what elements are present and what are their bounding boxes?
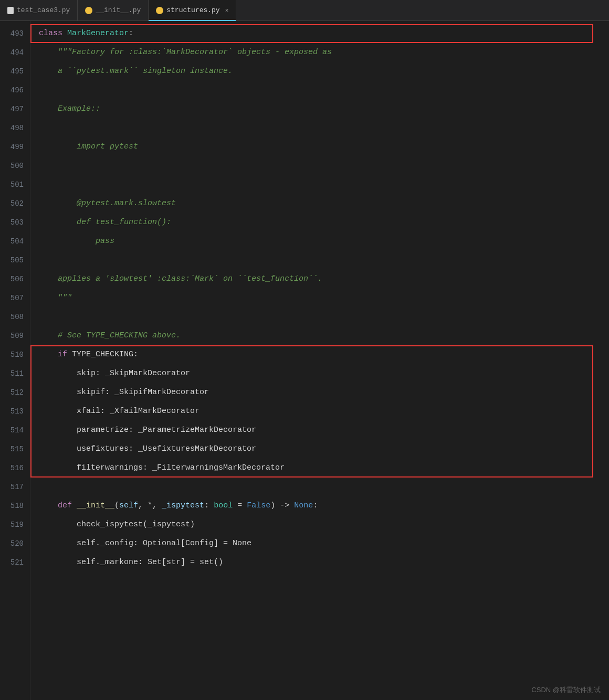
- code-token: if: [58, 350, 67, 359]
- code-line-518: def __init__(self, *, _ispytest: bool = …: [30, 496, 609, 515]
- code-token: self._markone: Set[str] = set(): [39, 558, 223, 567]
- code-token: a ``pytest.mark`` singleton instance.: [39, 67, 233, 76]
- code-token: [72, 501, 77, 510]
- line-number-510: 510: [4, 345, 24, 364]
- close-icon[interactable]: ✕: [225, 7, 229, 14]
- line-number-518: 518: [4, 496, 24, 515]
- code-token: Example::: [39, 104, 100, 113]
- tab-test-case[interactable]: test_case3.py: [0, 0, 78, 21]
- code-token: __init__: [77, 501, 114, 510]
- code-token: class: [39, 29, 67, 38]
- code-token: def: [58, 501, 72, 510]
- code-area: 4934944954964974984995005015025035045055…: [0, 21, 609, 700]
- line-number-514: 514: [4, 421, 24, 440]
- code-token: :: [313, 501, 318, 510]
- line-number-498: 498: [4, 119, 24, 137]
- code-token: pass: [39, 237, 114, 246]
- line-number-509: 509: [4, 326, 24, 345]
- code-line-504: pass: [30, 232, 609, 251]
- line-number-494: 494: [4, 43, 24, 62]
- line-number-520: 520: [4, 534, 24, 553]
- code-token: def test_function():: [39, 218, 171, 227]
- code-line-520: self._config: Optional[Config] = None: [30, 534, 609, 553]
- code-token: _ispytest: [162, 501, 204, 510]
- tab-structures[interactable]: structures.py ✕: [149, 0, 236, 21]
- code-line-505: [30, 251, 609, 270]
- line-number-493: 493: [4, 24, 24, 43]
- code-token: Factory for :class:`MarkDecorator` objec…: [72, 48, 332, 57]
- code-line-510: if TYPE_CHECKING:: [30, 345, 609, 364]
- python-icon-structures: [156, 7, 163, 14]
- code-token: , *,: [138, 501, 162, 510]
- line-number-515: 515: [4, 440, 24, 459]
- line-number-496: 496: [4, 81, 24, 100]
- code-token: [39, 350, 58, 359]
- python-icon-init: [85, 7, 92, 14]
- line-number-508: 508: [4, 307, 24, 326]
- line-number-512: 512: [4, 383, 24, 402]
- code-token: skipif: _SkipifMarkDecorator: [39, 388, 209, 397]
- watermark: CSDN @科雷软件测试: [531, 685, 601, 695]
- code-line-507: """: [30, 289, 609, 307]
- code-token: # See TYPE_CHECKING above.: [39, 331, 181, 340]
- code-line-514: parametrize: _ParametrizeMarkDecorator: [30, 421, 609, 440]
- line-number-521: 521: [4, 553, 24, 572]
- code-token: None: [294, 501, 313, 510]
- line-number-501: 501: [4, 175, 24, 194]
- code-token: MarkGenerator: [67, 29, 129, 38]
- tab-structures-label: structures.py: [166, 6, 219, 14]
- code-token: """: [39, 293, 72, 302]
- code-line-495: a ``pytest.mark`` singleton instance.: [30, 62, 609, 81]
- code-token: @pytest.mark.slowtest: [39, 199, 176, 208]
- code-line-511: skip: _SkipMarkDecorator: [30, 364, 609, 383]
- code-token: TYPE_CHECKING:: [67, 350, 138, 359]
- code-token: import pytest: [39, 142, 138, 151]
- code-token: usefixtures: _UsefixturesMarkDecorator: [39, 444, 256, 453]
- code-line-494: """Factory for :class:`MarkDecorator` ob…: [30, 43, 609, 62]
- code-line-508: [30, 307, 609, 326]
- code-token: False: [247, 501, 270, 510]
- line-number-507: 507: [4, 289, 24, 307]
- code-line-519: check_ispytest(_ispytest): [30, 515, 609, 534]
- code-line-496: [30, 81, 609, 100]
- code-token: filterwarnings: _FilterwarningsMarkDecor…: [39, 463, 285, 472]
- code-token: :: [129, 29, 133, 38]
- code-content[interactable]: class MarkGenerator: """Factory for :cla…: [30, 21, 609, 700]
- code-line-516: filterwarnings: _FilterwarningsMarkDecor…: [30, 459, 609, 478]
- line-number-503: 503: [4, 213, 24, 232]
- code-token: :: [204, 501, 214, 510]
- code-line-513: xfail: _XfailMarkDecorator: [30, 402, 609, 421]
- code-token: check_ispytest(_ispytest): [39, 520, 195, 529]
- line-number-506: 506: [4, 270, 24, 289]
- line-number-513: 513: [4, 402, 24, 421]
- code-token: bool: [214, 501, 233, 510]
- tab-init[interactable]: __init__.py: [78, 0, 149, 21]
- line-number-516: 516: [4, 459, 24, 478]
- line-number-499: 499: [4, 137, 24, 156]
- code-line-503: def test_function():: [30, 213, 609, 232]
- line-number-497: 497: [4, 100, 24, 119]
- code-token: [39, 501, 58, 510]
- code-token: (: [114, 501, 119, 510]
- code-line-506: applies a 'slowtest' :class:`Mark` on ``…: [30, 270, 609, 289]
- line-number-502: 502: [4, 194, 24, 213]
- code-token: """: [39, 48, 72, 57]
- code-line-500: [30, 156, 609, 175]
- code-token: applies a 'slowtest' :class:`Mark` on ``…: [39, 274, 322, 283]
- line-numbers: 4934944954964974984995005015025035045055…: [0, 21, 30, 700]
- line-number-495: 495: [4, 62, 24, 81]
- code-token: xfail: _XfailMarkDecorator: [39, 407, 200, 416]
- tab-test-case-label: test_case3.py: [17, 6, 70, 14]
- code-line-509: # See TYPE_CHECKING above.: [30, 326, 609, 345]
- line-number-505: 505: [4, 251, 24, 270]
- code-line-502: @pytest.mark.slowtest: [30, 194, 609, 213]
- code-token: =: [233, 501, 247, 510]
- tab-bar: test_case3.py __init__.py structures.py …: [0, 0, 609, 21]
- code-line-515: usefixtures: _UsefixturesMarkDecorator: [30, 440, 609, 459]
- line-number-511: 511: [4, 364, 24, 383]
- code-line-497: Example::: [30, 100, 609, 119]
- code-line-499: import pytest: [30, 137, 609, 156]
- code-token: self: [119, 501, 138, 510]
- code-token: parametrize: _ParametrizeMarkDecorator: [39, 426, 256, 434]
- code-token: self._config: Optional[Config] = None: [39, 539, 251, 548]
